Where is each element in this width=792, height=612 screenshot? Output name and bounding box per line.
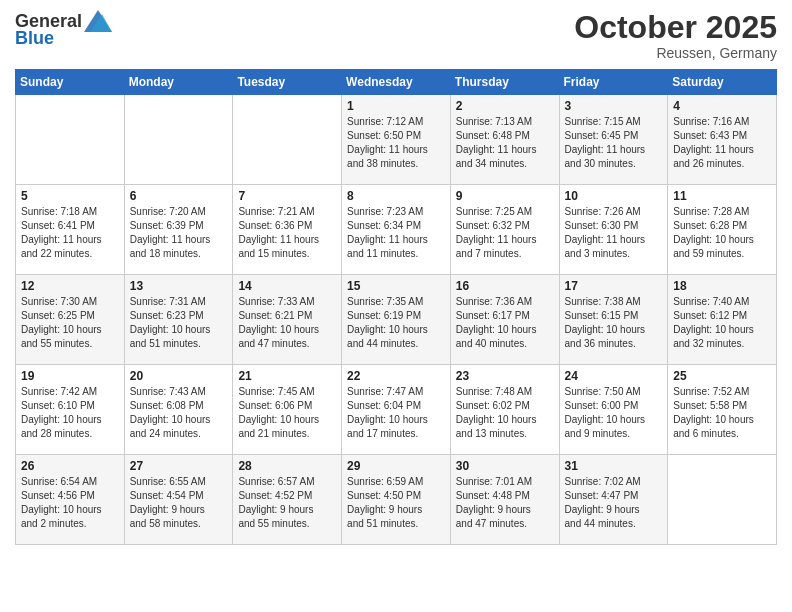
calendar-cell (233, 95, 342, 185)
day-info: Sunrise: 7:23 AM Sunset: 6:34 PM Dayligh… (347, 205, 445, 261)
calendar-cell: 4Sunrise: 7:16 AM Sunset: 6:43 PM Daylig… (668, 95, 777, 185)
day-info: Sunrise: 6:54 AM Sunset: 4:56 PM Dayligh… (21, 475, 119, 531)
calendar-cell: 30Sunrise: 7:01 AM Sunset: 4:48 PM Dayli… (450, 455, 559, 545)
calendar-cell: 22Sunrise: 7:47 AM Sunset: 6:04 PM Dayli… (342, 365, 451, 455)
day-info: Sunrise: 7:43 AM Sunset: 6:08 PM Dayligh… (130, 385, 228, 441)
day-info: Sunrise: 7:52 AM Sunset: 5:58 PM Dayligh… (673, 385, 771, 441)
calendar-cell (668, 455, 777, 545)
calendar-week-row: 26Sunrise: 6:54 AM Sunset: 4:56 PM Dayli… (16, 455, 777, 545)
day-info: Sunrise: 7:25 AM Sunset: 6:32 PM Dayligh… (456, 205, 554, 261)
day-info: Sunrise: 6:59 AM Sunset: 4:50 PM Dayligh… (347, 475, 445, 531)
calendar-table: SundayMondayTuesdayWednesdayThursdayFrid… (15, 69, 777, 545)
day-number: 7 (238, 189, 336, 203)
calendar-week-row: 12Sunrise: 7:30 AM Sunset: 6:25 PM Dayli… (16, 275, 777, 365)
calendar-cell: 9Sunrise: 7:25 AM Sunset: 6:32 PM Daylig… (450, 185, 559, 275)
calendar-cell: 15Sunrise: 7:35 AM Sunset: 6:19 PM Dayli… (342, 275, 451, 365)
calendar-cell: 13Sunrise: 7:31 AM Sunset: 6:23 PM Dayli… (124, 275, 233, 365)
weekday-header: Saturday (668, 70, 777, 95)
page-header: General Blue October 2025 Reussen, Germa… (15, 10, 777, 61)
calendar-cell: 10Sunrise: 7:26 AM Sunset: 6:30 PM Dayli… (559, 185, 668, 275)
weekday-header-row: SundayMondayTuesdayWednesdayThursdayFrid… (16, 70, 777, 95)
day-info: Sunrise: 7:48 AM Sunset: 6:02 PM Dayligh… (456, 385, 554, 441)
calendar-cell: 5Sunrise: 7:18 AM Sunset: 6:41 PM Daylig… (16, 185, 125, 275)
calendar-cell: 6Sunrise: 7:20 AM Sunset: 6:39 PM Daylig… (124, 185, 233, 275)
day-number: 11 (673, 189, 771, 203)
day-number: 24 (565, 369, 663, 383)
day-info: Sunrise: 7:13 AM Sunset: 6:48 PM Dayligh… (456, 115, 554, 171)
day-number: 21 (238, 369, 336, 383)
day-number: 10 (565, 189, 663, 203)
calendar-cell: 1Sunrise: 7:12 AM Sunset: 6:50 PM Daylig… (342, 95, 451, 185)
day-number: 1 (347, 99, 445, 113)
day-info: Sunrise: 7:50 AM Sunset: 6:00 PM Dayligh… (565, 385, 663, 441)
day-info: Sunrise: 7:36 AM Sunset: 6:17 PM Dayligh… (456, 295, 554, 351)
day-info: Sunrise: 6:57 AM Sunset: 4:52 PM Dayligh… (238, 475, 336, 531)
day-number: 4 (673, 99, 771, 113)
calendar-cell: 8Sunrise: 7:23 AM Sunset: 6:34 PM Daylig… (342, 185, 451, 275)
calendar-cell (16, 95, 125, 185)
day-number: 6 (130, 189, 228, 203)
day-number: 30 (456, 459, 554, 473)
calendar-cell: 17Sunrise: 7:38 AM Sunset: 6:15 PM Dayli… (559, 275, 668, 365)
day-number: 23 (456, 369, 554, 383)
day-number: 17 (565, 279, 663, 293)
calendar-cell: 16Sunrise: 7:36 AM Sunset: 6:17 PM Dayli… (450, 275, 559, 365)
day-number: 8 (347, 189, 445, 203)
title-block: October 2025 Reussen, Germany (574, 10, 777, 61)
calendar-cell: 21Sunrise: 7:45 AM Sunset: 6:06 PM Dayli… (233, 365, 342, 455)
day-number: 12 (21, 279, 119, 293)
calendar-cell: 27Sunrise: 6:55 AM Sunset: 4:54 PM Dayli… (124, 455, 233, 545)
day-number: 29 (347, 459, 445, 473)
day-number: 27 (130, 459, 228, 473)
day-info: Sunrise: 7:18 AM Sunset: 6:41 PM Dayligh… (21, 205, 119, 261)
day-number: 15 (347, 279, 445, 293)
calendar-cell: 11Sunrise: 7:28 AM Sunset: 6:28 PM Dayli… (668, 185, 777, 275)
day-info: Sunrise: 7:45 AM Sunset: 6:06 PM Dayligh… (238, 385, 336, 441)
day-info: Sunrise: 6:55 AM Sunset: 4:54 PM Dayligh… (130, 475, 228, 531)
day-info: Sunrise: 7:40 AM Sunset: 6:12 PM Dayligh… (673, 295, 771, 351)
day-number: 14 (238, 279, 336, 293)
day-number: 13 (130, 279, 228, 293)
calendar-week-row: 19Sunrise: 7:42 AM Sunset: 6:10 PM Dayli… (16, 365, 777, 455)
day-number: 18 (673, 279, 771, 293)
weekday-header: Monday (124, 70, 233, 95)
day-number: 19 (21, 369, 119, 383)
day-info: Sunrise: 7:38 AM Sunset: 6:15 PM Dayligh… (565, 295, 663, 351)
day-number: 31 (565, 459, 663, 473)
day-info: Sunrise: 7:20 AM Sunset: 6:39 PM Dayligh… (130, 205, 228, 261)
day-info: Sunrise: 7:15 AM Sunset: 6:45 PM Dayligh… (565, 115, 663, 171)
day-info: Sunrise: 7:02 AM Sunset: 4:47 PM Dayligh… (565, 475, 663, 531)
day-info: Sunrise: 7:12 AM Sunset: 6:50 PM Dayligh… (347, 115, 445, 171)
calendar-cell: 25Sunrise: 7:52 AM Sunset: 5:58 PM Dayli… (668, 365, 777, 455)
calendar-cell: 20Sunrise: 7:43 AM Sunset: 6:08 PM Dayli… (124, 365, 233, 455)
calendar-week-row: 5Sunrise: 7:18 AM Sunset: 6:41 PM Daylig… (16, 185, 777, 275)
day-info: Sunrise: 7:01 AM Sunset: 4:48 PM Dayligh… (456, 475, 554, 531)
day-info: Sunrise: 7:35 AM Sunset: 6:19 PM Dayligh… (347, 295, 445, 351)
calendar-cell: 23Sunrise: 7:48 AM Sunset: 6:02 PM Dayli… (450, 365, 559, 455)
weekday-header: Sunday (16, 70, 125, 95)
day-number: 3 (565, 99, 663, 113)
day-number: 20 (130, 369, 228, 383)
calendar-cell (124, 95, 233, 185)
day-number: 28 (238, 459, 336, 473)
calendar-cell: 3Sunrise: 7:15 AM Sunset: 6:45 PM Daylig… (559, 95, 668, 185)
day-info: Sunrise: 7:30 AM Sunset: 6:25 PM Dayligh… (21, 295, 119, 351)
calendar-cell: 14Sunrise: 7:33 AM Sunset: 6:21 PM Dayli… (233, 275, 342, 365)
day-info: Sunrise: 7:21 AM Sunset: 6:36 PM Dayligh… (238, 205, 336, 261)
day-number: 26 (21, 459, 119, 473)
weekday-header: Friday (559, 70, 668, 95)
day-number: 2 (456, 99, 554, 113)
logo: General Blue (15, 10, 112, 49)
calendar-cell: 7Sunrise: 7:21 AM Sunset: 6:36 PM Daylig… (233, 185, 342, 275)
day-info: Sunrise: 7:26 AM Sunset: 6:30 PM Dayligh… (565, 205, 663, 261)
calendar-cell: 19Sunrise: 7:42 AM Sunset: 6:10 PM Dayli… (16, 365, 125, 455)
calendar-cell: 24Sunrise: 7:50 AM Sunset: 6:00 PM Dayli… (559, 365, 668, 455)
calendar-cell: 31Sunrise: 7:02 AM Sunset: 4:47 PM Dayli… (559, 455, 668, 545)
day-number: 5 (21, 189, 119, 203)
day-info: Sunrise: 7:33 AM Sunset: 6:21 PM Dayligh… (238, 295, 336, 351)
calendar-cell: 18Sunrise: 7:40 AM Sunset: 6:12 PM Dayli… (668, 275, 777, 365)
calendar-cell: 29Sunrise: 6:59 AM Sunset: 4:50 PM Dayli… (342, 455, 451, 545)
month-title: October 2025 (574, 10, 777, 45)
day-info: Sunrise: 7:16 AM Sunset: 6:43 PM Dayligh… (673, 115, 771, 171)
day-number: 16 (456, 279, 554, 293)
